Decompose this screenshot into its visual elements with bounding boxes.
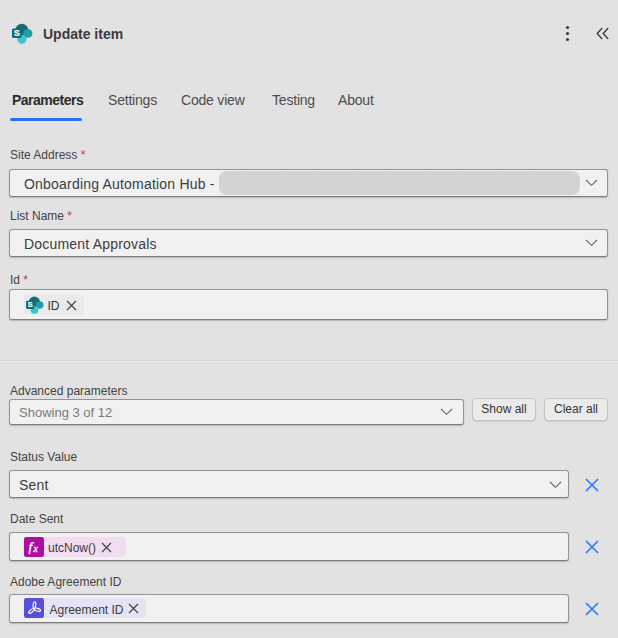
svg-text:S: S <box>14 28 20 38</box>
svg-text:S: S <box>28 300 33 309</box>
svg-text:x: x <box>33 544 39 554</box>
